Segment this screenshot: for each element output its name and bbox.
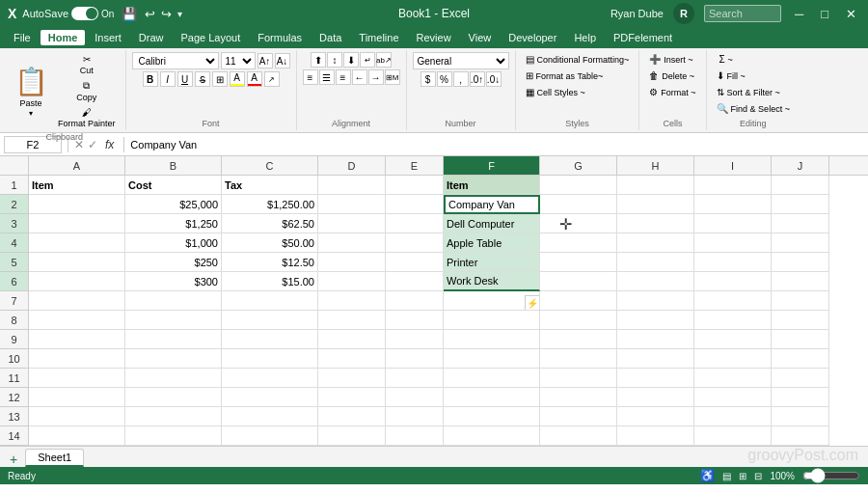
cell-i5[interactable]	[694, 253, 772, 272]
user-avatar[interactable]: R	[673, 3, 694, 24]
format-painter-button[interactable]: 🖌Format Painter	[54, 105, 120, 130]
autosave-toggle[interactable]: AutoSave On	[22, 7, 114, 20]
cell-d5[interactable]	[318, 253, 386, 272]
cell-h14[interactable]	[617, 426, 694, 446]
cell-b5[interactable]: $250	[125, 253, 222, 272]
cell-j14[interactable]	[772, 426, 829, 446]
cell-i8[interactable]	[694, 311, 772, 330]
cell-f10[interactable]	[444, 349, 540, 369]
menu-pdfelement[interactable]: PDFelement	[606, 30, 680, 45]
row-num-10[interactable]: 10	[0, 349, 29, 369]
cell-a3[interactable]	[29, 214, 125, 233]
bold-button[interactable]: B	[143, 71, 158, 87]
cell-f7[interactable]: ⚡	[444, 291, 540, 311]
cell-h9[interactable]	[617, 330, 694, 349]
cell-h12[interactable]	[617, 388, 694, 407]
cell-j10[interactable]	[772, 349, 829, 369]
cell-i6[interactable]	[694, 272, 772, 291]
row-num-4[interactable]: 4	[0, 233, 29, 253]
cell-e14[interactable]	[386, 426, 444, 446]
cell-d14[interactable]	[318, 426, 386, 446]
cut-button[interactable]: ✂Cut	[54, 52, 120, 77]
cell-i4[interactable]	[694, 233, 772, 253]
cell-b8[interactable]	[125, 311, 222, 330]
cell-h7[interactable]	[617, 291, 694, 311]
cell-a13[interactable]	[29, 407, 125, 426]
cell-j7[interactable]	[772, 291, 829, 311]
cell-e13[interactable]	[386, 407, 444, 426]
cell-d7[interactable]	[318, 291, 386, 311]
cell-a8[interactable]	[29, 311, 125, 330]
cell-j9[interactable]	[772, 330, 829, 349]
cell-i11[interactable]	[694, 369, 772, 388]
row-num-1[interactable]: 1	[0, 176, 29, 195]
cell-a5[interactable]	[29, 253, 125, 272]
cell-e1[interactable]	[386, 176, 444, 195]
row-num-5[interactable]: 5	[0, 253, 29, 272]
cell-e2[interactable]	[386, 195, 444, 214]
cell-d9[interactable]	[318, 330, 386, 349]
cell-i13[interactable]	[694, 407, 772, 426]
cell-f12[interactable]	[444, 388, 540, 407]
accessibility-icon[interactable]: ♿	[700, 469, 715, 482]
decrease-decimal-button[interactable]: .0↓	[486, 71, 502, 87]
cell-i14[interactable]	[694, 426, 772, 446]
font-family-select[interactable]: Calibri	[132, 52, 219, 69]
cell-g14[interactable]	[540, 426, 617, 446]
cell-d2[interactable]	[318, 195, 386, 214]
menu-home[interactable]: Home	[41, 30, 86, 45]
cell-f11[interactable]	[444, 369, 540, 388]
cell-j13[interactable]	[772, 407, 829, 426]
cell-b14[interactable]	[125, 426, 222, 446]
maximize-btn[interactable]: □	[817, 7, 832, 21]
align-bottom-button[interactable]: ⬇	[343, 52, 359, 68]
cell-j11[interactable]	[772, 369, 829, 388]
cell-e7[interactable]	[386, 291, 444, 311]
cell-c8[interactable]	[222, 311, 318, 330]
cell-c12[interactable]	[222, 388, 318, 407]
cell-c7[interactable]	[222, 291, 318, 311]
cell-f6[interactable]: Work Desk	[444, 272, 540, 291]
cell-j5[interactable]	[772, 253, 829, 272]
cell-e3[interactable]	[386, 214, 444, 233]
italic-button[interactable]: I	[160, 71, 176, 87]
menu-review[interactable]: Review	[409, 30, 459, 45]
cell-d12[interactable]	[318, 388, 386, 407]
cell-b10[interactable]	[125, 349, 222, 369]
cell-c9[interactable]	[222, 330, 318, 349]
cell-d13[interactable]	[318, 407, 386, 426]
cell-a11[interactable]	[29, 369, 125, 388]
menu-file[interactable]: File	[6, 30, 39, 45]
col-header-h[interactable]: H	[617, 156, 694, 176]
cell-b13[interactable]	[125, 407, 222, 426]
number-format-select[interactable]: General	[413, 52, 509, 69]
row-num-12[interactable]: 12	[0, 388, 29, 407]
cell-e10[interactable]	[386, 349, 444, 369]
cell-d3[interactable]	[318, 214, 386, 233]
cell-f1[interactable]: Item	[444, 176, 540, 195]
cell-i9[interactable]	[694, 330, 772, 349]
align-top-button[interactable]: ⬆	[311, 52, 326, 68]
customize-icon[interactable]: ▾	[177, 9, 182, 19]
cell-h2[interactable]	[617, 195, 694, 214]
sort-filter-button[interactable]: ⇅ Sort & Filter ~	[713, 85, 784, 99]
cell-d6[interactable]	[318, 272, 386, 291]
flash-fill-indicator[interactable]: ⚡	[525, 295, 540, 311]
decrease-indent-button[interactable]: ←	[352, 69, 367, 85]
cell-g12[interactable]	[540, 388, 617, 407]
menu-timeline[interactable]: Timeline	[351, 30, 406, 45]
cell-e5[interactable]	[386, 253, 444, 272]
cell-f13[interactable]	[444, 407, 540, 426]
cell-h3[interactable]	[617, 214, 694, 233]
font-expand-icon[interactable]: ↗	[264, 71, 280, 87]
formula-input[interactable]	[130, 136, 864, 153]
cell-c5[interactable]: $12.50	[222, 253, 318, 272]
cell-i7[interactable]	[694, 291, 772, 311]
cell-c14[interactable]	[222, 426, 318, 446]
cell-a9[interactable]	[29, 330, 125, 349]
decrease-font-icon[interactable]: A↓	[275, 53, 290, 68]
col-header-b[interactable]: B	[125, 156, 222, 176]
row-num-2[interactable]: 2	[0, 195, 29, 214]
currency-button[interactable]: $	[420, 71, 436, 87]
paste-button[interactable]: 📋 Paste ▾	[10, 67, 52, 117]
